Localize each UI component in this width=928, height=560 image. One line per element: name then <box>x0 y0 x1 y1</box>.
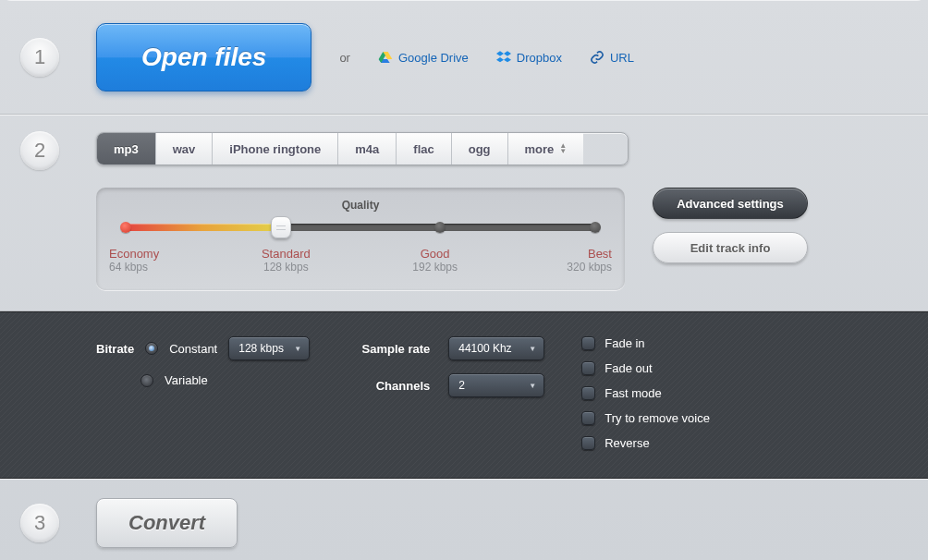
fade-out-label: Fade out <box>604 361 652 375</box>
quality-slider[interactable] <box>122 221 599 234</box>
tick-standard: Standard128 kbps <box>258 247 313 274</box>
tab-ogg[interactable]: ogg <box>452 133 508 164</box>
tab-iphone-ringtone[interactable]: iPhone ringtone <box>213 133 338 164</box>
link-icon <box>590 50 604 65</box>
step-1-panel: 1 Open files or Google Drive Dropbox URL <box>0 0 928 115</box>
or-text: or <box>339 51 350 65</box>
advanced-settings-button[interactable]: Advanced settings <box>653 188 808 219</box>
advanced-panel: Bitrate Constant 128 kbps Variable Sampl… <box>0 311 928 479</box>
google-drive-link[interactable]: Google Drive <box>378 50 469 65</box>
step-3-panel: 3 Convert <box>0 479 928 560</box>
quality-title: Quality <box>122 199 599 212</box>
bitrate-label: Bitrate <box>96 342 134 356</box>
tab-more-label: more <box>525 142 555 156</box>
remove-voice-checkbox[interactable] <box>581 411 595 425</box>
dropbox-icon <box>496 50 511 65</box>
tab-mp3[interactable]: mp3 <box>97 133 156 164</box>
tick-good: Good192 kbps <box>408 247 463 274</box>
slider-fill <box>122 224 281 231</box>
tick-best: Best320 kbps <box>556 247 612 274</box>
slider-stop-economy <box>120 222 131 233</box>
quality-ticks: Economy64 kbps Standard128 kbps Good192 … <box>122 247 599 274</box>
step-3-badge: 3 <box>20 504 59 542</box>
tab-wav[interactable]: wav <box>156 133 214 164</box>
step-2-panel: 2 mp3 wav iPhone ringtone m4a flac ogg m… <box>0 115 928 311</box>
url-link[interactable]: URL <box>590 50 634 65</box>
samplerate-label: Sample rate <box>347 342 430 356</box>
tab-flac[interactable]: flac <box>397 133 451 164</box>
bitrate-constant-radio[interactable] <box>145 342 158 355</box>
quality-box: Quality Economy64 kbps Standard128 kbps … <box>96 188 625 290</box>
samplerate-select[interactable]: 44100 Khz <box>448 336 544 360</box>
dropbox-link[interactable]: Dropbox <box>496 50 562 65</box>
dropbox-label: Dropbox <box>517 51 562 65</box>
reverse-label: Reverse <box>604 436 649 450</box>
fade-in-checkbox[interactable] <box>581 336 595 350</box>
fast-mode-label: Fast mode <box>604 386 661 400</box>
google-drive-label: Google Drive <box>398 51 469 65</box>
slider-stop-good <box>434 222 446 233</box>
google-drive-icon <box>378 50 393 65</box>
step-1-badge: 1 <box>20 38 59 77</box>
channels-select[interactable]: 2 <box>448 373 544 397</box>
fast-mode-checkbox[interactable] <box>581 386 595 400</box>
reverse-checkbox[interactable] <box>581 436 595 450</box>
open-files-button[interactable]: Open files <box>96 23 311 91</box>
tab-more[interactable]: more ▲▼ <box>508 133 584 164</box>
bitrate-select[interactable]: 128 kbps <box>228 336 310 360</box>
channels-label: Channels <box>347 379 430 393</box>
format-tabs: mp3 wav iPhone ringtone m4a flac ogg mor… <box>96 132 629 165</box>
slider-thumb[interactable] <box>271 216 291 238</box>
slider-stop-best <box>590 222 601 233</box>
tab-m4a[interactable]: m4a <box>338 133 397 164</box>
tick-economy: Economy64 kbps <box>109 247 165 274</box>
bitrate-variable-radio[interactable] <box>140 374 153 387</box>
fade-out-checkbox[interactable] <box>581 361 595 375</box>
updown-icon: ▲▼ <box>559 143 567 154</box>
remove-voice-label: Try to remove voice <box>604 411 710 425</box>
step-2-badge: 2 <box>20 131 59 170</box>
bitrate-constant-label: Constant <box>169 342 217 356</box>
url-label: URL <box>610 51 634 65</box>
bitrate-variable-label: Variable <box>165 373 208 387</box>
side-buttons: Advanced settings Edit track info <box>653 188 808 263</box>
edit-track-info-button[interactable]: Edit track info <box>653 232 808 263</box>
convert-button[interactable]: Convert <box>96 498 238 548</box>
fade-in-label: Fade in <box>604 336 644 350</box>
